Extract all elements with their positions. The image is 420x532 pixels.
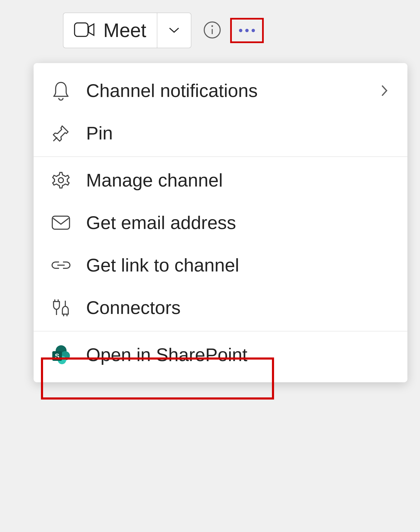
highlight-annotation — [230, 18, 264, 43]
meet-dropdown-button[interactable] — [157, 13, 191, 48]
menu-item-label: Channel notifications — [86, 80, 363, 101]
sharepoint-icon: S — [50, 345, 71, 365]
channel-toolbar: Meet — [63, 13, 261, 48]
info-icon — [203, 21, 221, 40]
menu-item-get-email-address[interactable]: Get email address — [34, 201, 407, 244]
menu-item-open-in-sharepoint[interactable]: S Open in SharePoint — [34, 334, 407, 376]
gear-icon — [50, 171, 71, 190]
svg-text:S: S — [55, 352, 59, 360]
svg-rect-6 — [52, 216, 70, 229]
menu-divider — [34, 331, 407, 331]
link-icon — [50, 260, 71, 270]
meet-button[interactable]: Meet — [63, 13, 157, 48]
bell-icon — [50, 81, 71, 101]
menu-item-label: Get email address — [86, 212, 390, 233]
menu-item-manage-channel[interactable]: Manage channel — [34, 159, 407, 201]
meet-button-label: Meet — [103, 19, 146, 41]
envelope-icon — [50, 215, 71, 230]
menu-item-label: Manage channel — [86, 169, 390, 191]
info-button[interactable] — [203, 21, 222, 40]
video-camera-icon — [74, 19, 95, 41]
menu-divider — [34, 156, 407, 157]
menu-item-get-link-to-channel[interactable]: Get link to channel — [34, 244, 407, 286]
svg-rect-0 — [75, 23, 88, 36]
channel-options-menu: Channel notifications Pin Manage channel — [34, 63, 407, 382]
connectors-icon — [50, 298, 71, 318]
menu-item-label: Connectors — [86, 297, 390, 318]
menu-item-pin[interactable]: Pin — [34, 112, 407, 154]
menu-item-label: Get link to channel — [86, 255, 390, 276]
menu-item-label: Pin — [86, 122, 390, 144]
menu-item-connectors[interactable]: Connectors — [34, 286, 407, 329]
more-options-button[interactable] — [233, 19, 261, 42]
svg-point-5 — [58, 178, 63, 183]
svg-line-4 — [53, 137, 57, 141]
menu-item-channel-notifications[interactable]: Channel notifications — [34, 69, 407, 112]
pin-icon — [50, 124, 71, 142]
menu-item-label: Open in SharePoint — [86, 344, 390, 366]
chevron-right-icon — [378, 84, 390, 97]
chevron-down-icon — [169, 27, 179, 34]
svg-point-2 — [211, 25, 213, 27]
meet-button-group: Meet — [63, 13, 191, 48]
